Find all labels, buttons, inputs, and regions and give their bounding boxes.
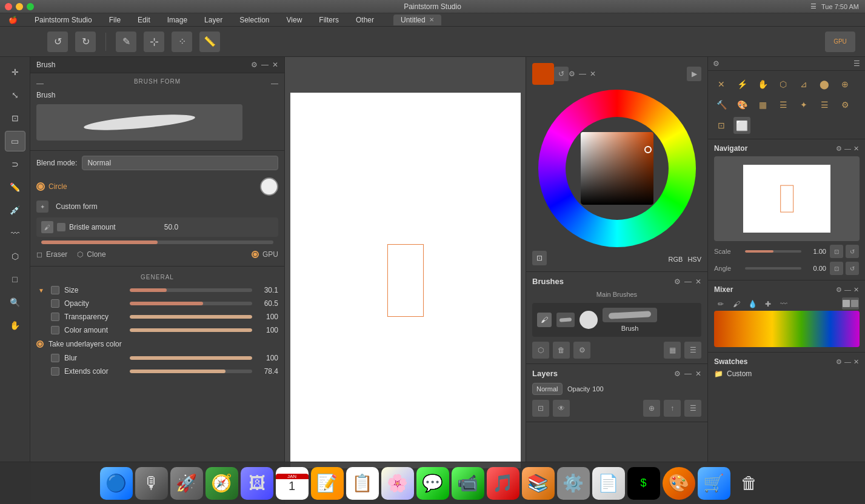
custom-form-option[interactable]: ✦ Custom form: [36, 201, 278, 213]
gpu-radio[interactable]: [252, 251, 259, 258]
tools-icon-7[interactable]: ⊕: [837, 76, 853, 93]
selection-menu[interactable]: Selection: [236, 15, 273, 25]
angle-fit-button[interactable]: ⊡: [830, 262, 843, 275]
blend-mode-select[interactable]: Normal: [82, 156, 278, 170]
fill-tool[interactable]: ⬡: [5, 246, 25, 267]
transparency-checkbox[interactable]: [51, 313, 59, 321]
close-button[interactable]: [5, 3, 12, 10]
dock-notes2[interactable]: 📄: [592, 467, 625, 500]
dock-reminders[interactable]: 📋: [346, 467, 379, 500]
dock-launchpad[interactable]: 🚀: [170, 467, 203, 500]
bristle-slider[interactable]: [41, 240, 273, 244]
brushes-settings-icon[interactable]: ⚙: [674, 277, 681, 286]
crop-tool[interactable]: ⊡: [5, 108, 25, 128]
dock-books[interactable]: 📚: [522, 467, 555, 500]
size-checkbox[interactable]: [51, 286, 59, 294]
layers-blend-select[interactable]: Normal: [532, 383, 563, 395]
mixer-smear-tool[interactable]: 〰: [777, 297, 790, 311]
measure-tool-button[interactable]: 📏: [199, 31, 220, 52]
brush-add-button[interactable]: ⬡: [532, 342, 549, 359]
tools-icon-12[interactable]: ✦: [795, 96, 812, 113]
menu-icon[interactable]: ☰: [810, 2, 817, 10]
filters-menu[interactable]: Filters: [315, 15, 342, 25]
color-picker-dot[interactable]: [644, 146, 652, 153]
layers-minimize-icon[interactable]: —: [684, 370, 692, 378]
far-right-menu-icon[interactable]: ☰: [853, 59, 860, 68]
color-refresh-button[interactable]: ↺: [554, 67, 569, 81]
traffic-lights[interactable]: [5, 3, 34, 10]
size-arrow[interactable]: ▼: [36, 285, 46, 295]
canvas-area[interactable]: [285, 57, 526, 504]
mixer-pick-tool[interactable]: ✚: [761, 297, 775, 311]
tab-close-button[interactable]: ✕: [429, 16, 434, 23]
color-minimize-icon[interactable]: —: [579, 70, 586, 78]
circle-radio[interactable]: [36, 182, 45, 191]
brush-form-more[interactable]: —: [271, 79, 278, 88]
selection-tool[interactable]: ▭: [5, 131, 25, 151]
file-menu[interactable]: File: [105, 15, 124, 25]
swatches-settings-icon[interactable]: ⚙: [836, 358, 842, 366]
nav-close-icon[interactable]: ✕: [853, 145, 859, 153]
view-menu[interactable]: View: [283, 15, 306, 25]
transparency-track[interactable]: [130, 315, 252, 319]
tools-icon-6[interactable]: ⬤: [816, 76, 833, 93]
color-close-icon[interactable]: ✕: [590, 70, 596, 78]
other-menu[interactable]: Other: [352, 15, 378, 25]
mixer-brush-tool[interactable]: ✏: [714, 297, 727, 311]
rgb-button[interactable]: RGB: [669, 256, 683, 263]
circle-option[interactable]: Circle: [36, 182, 67, 191]
tools-icon-4[interactable]: ⬡: [775, 76, 792, 93]
color-amount-track[interactable]: [130, 328, 252, 332]
brush-close-icon[interactable]: ✕: [272, 61, 278, 69]
dock-calendar[interactable]: JAN 1: [276, 467, 309, 500]
layers-merge-button[interactable]: ⊕: [643, 400, 660, 417]
tools-icon-11[interactable]: ☰: [775, 96, 792, 113]
dock-photos[interactable]: 🖼: [241, 467, 273, 500]
tools-icon-14[interactable]: ⚙: [837, 96, 853, 113]
edit-menu[interactable]: Edit: [134, 15, 154, 25]
gpu-option[interactable]: GPU: [252, 250, 278, 259]
smudge-tool[interactable]: 〰: [5, 223, 25, 244]
layers-more-button[interactable]: ☰: [684, 400, 701, 417]
tools-icon-16[interactable]: ⬜: [733, 117, 750, 134]
brushes-close-icon[interactable]: ✕: [695, 277, 701, 286]
blur-checkbox[interactable]: [51, 354, 59, 362]
brush-item-stroke[interactable]: 🖌: [537, 313, 552, 327]
tools-icon-3[interactable]: ✋: [754, 76, 771, 93]
mixer-settings-icon[interactable]: ⚙: [836, 286, 842, 294]
tools-icon-5[interactable]: ⊿: [795, 76, 812, 93]
app-menu-name[interactable]: Paintstorm Studio: [31, 15, 96, 25]
eraser-option[interactable]: ◻ Eraser: [36, 250, 67, 259]
layers-close-icon[interactable]: ✕: [695, 370, 701, 378]
brush-grid-button[interactable]: ☰: [684, 342, 701, 359]
dock-siri[interactable]: 🎙: [135, 467, 168, 500]
dock-trash[interactable]: 🗑: [733, 467, 766, 500]
transform-tool[interactable]: ⤡: [5, 85, 25, 105]
brushes-minimize-icon[interactable]: —: [684, 277, 692, 286]
brush-settings-button[interactable]: ⚙: [573, 342, 590, 359]
brush-delete-button[interactable]: 🗑: [553, 342, 570, 359]
spray-tool-button[interactable]: ⁘: [172, 31, 192, 52]
take-underlayers-radio[interactable]: [36, 340, 44, 348]
lasso-tool[interactable]: ⊃: [5, 154, 25, 174]
brush-tool[interactable]: ✏️: [5, 177, 25, 197]
opacity-checkbox[interactable]: [51, 299, 59, 308]
mixer-paint-tool[interactable]: 🖌: [730, 297, 743, 311]
dock-terminal[interactable]: $: [627, 467, 660, 500]
layers-eye-icon[interactable]: 👁: [553, 400, 570, 417]
undo-button[interactable]: ↺: [47, 31, 68, 52]
color-gradient-square[interactable]: [581, 132, 653, 205]
bristle-checkbox[interactable]: [57, 223, 65, 231]
mixer-canvas[interactable]: [714, 311, 860, 347]
color-settings-icon[interactable]: ⚙: [569, 70, 575, 78]
document-tab[interactable]: Untitled ✕: [393, 15, 441, 25]
layer-menu[interactable]: Layer: [201, 15, 226, 25]
angle-reset-button[interactable]: ↺: [846, 262, 859, 275]
blur-track[interactable]: [130, 356, 252, 360]
tools-icon-8[interactable]: 🔨: [713, 96, 730, 113]
extends-track[interactable]: [130, 370, 252, 373]
shape-tool[interactable]: □: [5, 269, 25, 290]
extends-checkbox[interactable]: [51, 367, 59, 376]
clone-option[interactable]: ⬡ Clone: [77, 250, 105, 259]
scale-fit-button[interactable]: ⊡: [830, 245, 843, 258]
